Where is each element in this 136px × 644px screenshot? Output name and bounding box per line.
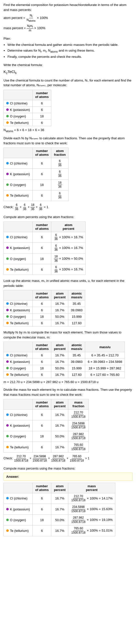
col-atoms-3: numberof atoms: [33, 222, 51, 232]
plan-item-3: Finally, compute the percents and check …: [8, 54, 132, 59]
atoms-k-4: 6: [33, 307, 51, 314]
element-cl-1: Cl (chlorine): [4, 100, 33, 106]
pct-cl-6: 16.7%: [51, 410, 68, 420]
table-row: Cl (chlorine) 6 16.7% 212.701500.8718: [4, 410, 89, 420]
atoms-cl-5: 6: [33, 352, 51, 359]
step2-title: Divide each Nᵢ by Nₐₜₒₘₛ to calculate at…: [4, 136, 132, 146]
mass-o-4: 15.999: [68, 314, 85, 320]
table2: numberof atoms atomfraction Cl (chlorine…: [4, 148, 68, 201]
element-o-2: O (oxygen): [4, 180, 33, 190]
element-cl-2: Cl (chlorine): [4, 158, 33, 169]
table-row: K (potassium) 6 16.7% 39.0983 6 × 39.098…: [4, 359, 125, 365]
element-o-7: O (oxygen): [4, 515, 33, 525]
pct-k-4: 16.7%: [51, 307, 68, 314]
atoms-te-4: 6: [33, 320, 51, 326]
pct-te-5: 16.7%: [51, 372, 68, 378]
col-mass-4: atomicmass/u: [68, 290, 85, 300]
element-cl-4: Cl (chlorine): [4, 300, 33, 307]
table-row: Te (tellurium) 6 16.7% 765.601500.8718: [4, 442, 89, 452]
formula-section: Write the chemical formula: K2TeCl6: [4, 62, 132, 74]
masspct-te-7: 765.601500.8718 × 100% = 51.01%: [68, 525, 115, 536]
pct-cl-7: 16.7%: [51, 493, 68, 504]
step7-section: Compute mass percents using the mass fra…: [4, 466, 132, 536]
atoms-o-4: 18: [33, 314, 51, 320]
element-o-4: O (oxygen): [4, 314, 33, 320]
main-title: Find the elemental composition for potas…: [4, 2, 132, 12]
mass-cl-4: 35.45: [68, 300, 85, 307]
element-te-4: Te (tellurium): [4, 320, 33, 326]
atoms-o-7: 18: [33, 515, 51, 525]
element-o-5: O (oxygen): [4, 365, 33, 372]
table1: numberof atoms Cl (chlorine) 6 K (potass…: [4, 90, 51, 126]
atoms-cl-4: 6: [33, 300, 51, 307]
answer-label: Answer:: [4, 472, 132, 481]
atoms-o-5: 18: [33, 365, 51, 372]
col-element-1: [4, 90, 33, 100]
col-fraction-6: massfraction: [68, 399, 89, 410]
atoms-te-3: 6: [33, 264, 51, 275]
atoms-te-7: 6: [33, 525, 51, 536]
pct-cl-5: 16.7%: [51, 352, 68, 359]
atoms-o-1: 18: [33, 113, 51, 120]
table-row: Te (tellurium) 6: [4, 120, 51, 126]
atoms-te-5: 6: [33, 372, 51, 378]
atom-percent-formula: atom percent = NiNatoms × 100%: [4, 14, 132, 23]
header: Find the elemental composition for potas…: [4, 2, 132, 33]
col-atoms-4: numberof atoms: [33, 290, 51, 300]
table-row: Te (tellurium) 6 636: [4, 190, 68, 201]
pct-o-5: 50.0%: [51, 365, 68, 372]
table-row: Cl (chlorine) 6 636: [4, 158, 68, 169]
pct-te-3: 636 × 100% = 16.7%: [51, 264, 86, 275]
element-te-3: Te (tellurium): [4, 264, 33, 275]
step5-section: Multiply Nᵢ by mᵢ to compute the mass fo…: [4, 330, 132, 384]
element-o-6: O (oxygen): [4, 431, 33, 442]
atoms-k-7: 6: [33, 504, 51, 515]
atoms-cl-2: 6: [33, 158, 51, 169]
table6: numberof atoms atompercent massfraction …: [4, 399, 89, 452]
step4-title: Look up the atomic mass, mᵢ, in unified …: [4, 278, 132, 288]
element-cl-7: Cl (chlorine): [4, 493, 33, 504]
atoms-o-6: 18: [33, 431, 51, 442]
step4-section: Look up the atomic mass, mᵢ, in unified …: [4, 278, 132, 326]
frac-cl-6: 212.701500.8718: [68, 410, 89, 420]
pct-k-6: 16.7%: [51, 420, 68, 431]
element-te-2: Te (tellurium): [4, 190, 33, 201]
col-percent-3: atompercent: [51, 222, 86, 232]
element-te-7: Te (tellurium): [4, 525, 33, 536]
mass-te-4: 127.60: [68, 320, 85, 326]
massu-o-5: 18 × 15.999 = 287.982: [85, 365, 125, 372]
frac-k-2: 636: [51, 169, 68, 180]
check2: Check: 636 + 636 + 1836 + 636 = 1: [4, 203, 132, 211]
table-row: K (potassium) 6: [4, 106, 51, 113]
step2-section: Divide each Nᵢ by Nₐₜₒₘₛ to calculate at…: [4, 136, 132, 211]
plan-item-1: Write the chemical formula and gather at…: [8, 42, 132, 47]
step5-title: Multiply Nᵢ by mᵢ to compute the mass fo…: [4, 330, 132, 340]
table3: numberof atoms atompercent Cl (chlorine)…: [4, 222, 86, 275]
frac-o-6: 287.9821500.8718: [68, 431, 89, 442]
masspct-o-7: 287.9821500.8718 × 100% = 19.19%: [68, 515, 115, 525]
atoms-cl-6: 6: [33, 410, 51, 420]
element-k-7: K (potassium): [4, 504, 33, 515]
step3-title: Compute atom percents using the atom fra…: [4, 214, 132, 220]
element-cl-6: Cl (chlorine): [4, 410, 33, 420]
table-row: Cl (chlorine) 6 636 × 100% = 16.7%: [4, 232, 86, 242]
atoms-k-1: 6: [33, 106, 51, 113]
element-k-2: K (potassium): [4, 169, 33, 180]
col-fraction-2: atomfraction: [51, 148, 68, 158]
pct-te-7: 16.7%: [51, 525, 68, 536]
element-te-6: Te (tellurium): [4, 442, 33, 452]
pct-o-7: 50.0%: [51, 515, 68, 525]
mass-percent-formula: mass percent = Nimim × 100%: [4, 24, 132, 33]
table-row: Te (tellurium) 6 16.7% 765.601500.8718 ×…: [4, 525, 115, 536]
col-percent-5: atompercent: [51, 342, 68, 352]
table-row: Cl (chlorine) 6 16.7% 212.701500.8718 × …: [4, 493, 115, 504]
atoms-o-3: 18: [33, 254, 51, 264]
table-row: Te (tellurium) 6 16.7% 127.60: [4, 320, 85, 326]
table-row: Te (tellurium) 6 16.7% 127.60 6 × 127.60…: [4, 372, 125, 378]
atoms-k-6: 6: [33, 420, 51, 431]
atoms-k-2: 6: [33, 169, 51, 180]
table5: numberof atoms atompercent atomicmass/u …: [4, 342, 125, 378]
col-element-2: [4, 148, 33, 158]
table-row: K (potassium) 6 636: [4, 169, 68, 180]
table7: numberof atoms atompercent masspercent C…: [4, 483, 115, 536]
